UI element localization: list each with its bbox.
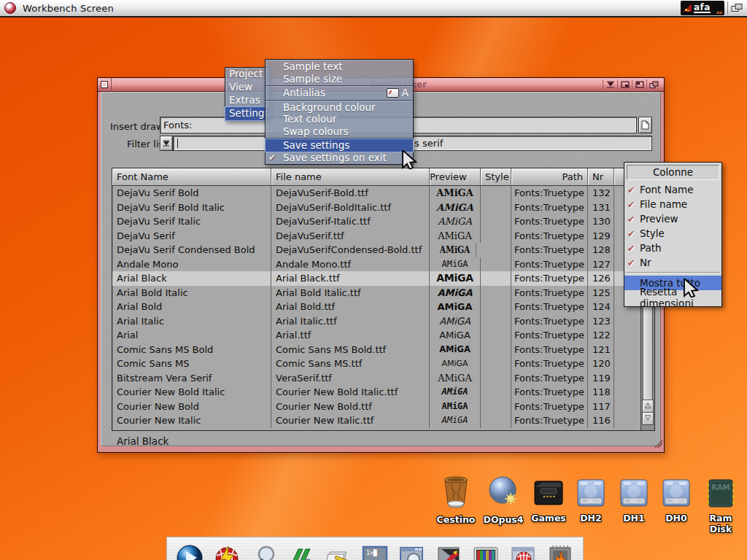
column-header-style[interactable]: Style (481, 168, 511, 186)
mui-logo-icon[interactable] (285, 542, 317, 560)
table-header: Font Name File name Preview Style Path N… (112, 168, 640, 186)
table-row[interactable]: DejaVu Serif Bold ItalicDejaVuSerif-Bold… (112, 201, 640, 215)
column-header-preview[interactable]: Preview (430, 168, 481, 186)
table-row[interactable]: Arial BlackArial Black.ttfAMiGAFonts:Tru… (112, 271, 640, 286)
screen-mode-icon[interactable] (470, 542, 502, 560)
context-item-style[interactable]: ✔Style (624, 226, 721, 241)
depth-gadget[interactable] (646, 79, 661, 90)
column-header-nr[interactable]: Nr (588, 168, 614, 186)
context-item-preview[interactable]: ✔Preview (624, 211, 721, 226)
chip-flame-icon[interactable] (544, 542, 576, 560)
table-row[interactable]: Courier New Bold ItalicCourier New Bold … (112, 385, 640, 400)
menu-item-text-colour[interactable]: Text colour (266, 113, 413, 125)
scroll-down-button[interactable]: ▽ (642, 412, 654, 425)
cell-c2: DejaVuSerif-Bold.ttf (271, 186, 430, 201)
menu-settings[interactable]: Settings (225, 107, 270, 120)
table-row[interactable]: Courier New ItalicCourier New Italic.ttf… (112, 413, 640, 428)
shell-icon[interactable]: 1>█ (359, 542, 391, 560)
cell-c3: AMiGA (430, 413, 481, 428)
cell-c5: Fonts:Truetype (511, 243, 588, 257)
table-row[interactable]: Arial ItalicArial Italic.ttfAMiGAFonts:T… (112, 314, 640, 329)
media-player-icon[interactable] (174, 542, 206, 560)
filter-popup-gadget[interactable] (160, 136, 173, 151)
column-header-file-name[interactable]: File name (271, 168, 430, 186)
check-icon: ✔ (627, 243, 640, 254)
drawer-browse-button[interactable] (638, 117, 652, 133)
cell-c6: 116 (588, 413, 614, 428)
cell-c2: Comic Sans MS Bold.ttf (271, 343, 430, 357)
toggle-size-gadget[interactable] (632, 79, 646, 90)
scroll-up-button[interactable]: △ (642, 400, 654, 413)
cell-c7 (614, 314, 640, 329)
cell-c1: Comic Sans MS (112, 357, 271, 371)
boing-ball-lightning-icon[interactable] (211, 542, 243, 560)
column-header-font-name[interactable]: Font Name (112, 168, 271, 186)
cell-c5: Fonts:Truetype (511, 357, 588, 371)
cell-c4 (481, 400, 511, 414)
context-item-path[interactable]: ✔Path (624, 241, 721, 255)
screen-depth-gadget[interactable] (727, 1, 746, 15)
magnifier-icon[interactable] (248, 542, 280, 560)
table-row[interactable]: DejaVu Serif ItalicDejaVuSerif-Italic.tt… (112, 214, 640, 229)
desktop-icon-dh0[interactable]: DH0 (653, 477, 700, 524)
desktop-icon-games[interactable]: Games (525, 477, 572, 524)
menu-extras[interactable]: Extras (225, 94, 270, 107)
context-item-file-name[interactable]: ✔File name (624, 197, 721, 211)
desktop-icon-ramdisk[interactable]: RAM Ram Disk (697, 477, 744, 534)
menu-item-save-settings-on-exit[interactable]: ✔Save settings on exit (266, 152, 413, 164)
notepad-pencil-icon[interactable] (322, 542, 354, 560)
cell-c7 (614, 400, 640, 414)
table-row[interactable]: Bitstream Vera SerifVeraSerif.ttfAMiGAFo… (112, 371, 640, 386)
zoom-gadget[interactable] (617, 79, 632, 90)
menu-project[interactable]: Project (225, 68, 270, 81)
cell-c5: Fonts:Truetype (511, 201, 588, 215)
menu-item-sample-size[interactable]: Sample size (266, 73, 413, 85)
table-row[interactable]: Comic Sans MSComic Sans MS.ttfAMiGAFonts… (112, 357, 640, 371)
context-item-nr[interactable]: ✔Nr (624, 255, 721, 270)
close-gadget[interactable] (98, 78, 112, 91)
table-row[interactable]: DejaVu Serif Condensed BoldDejaVuSerifCo… (112, 243, 640, 257)
afa-flame-icon (682, 2, 694, 14)
boing-window-icon[interactable] (507, 542, 539, 560)
iconify-gadget[interactable] (603, 79, 617, 90)
cell-c5: Fonts:Truetype (511, 385, 588, 400)
check-icon: ✔ (268, 152, 283, 163)
menu-item-save-settings[interactable]: Save settings (266, 139, 413, 152)
menu-item-background-colour[interactable]: Background colour (266, 101, 413, 114)
menu-view[interactable]: View (225, 81, 270, 94)
context-item-font-name[interactable]: ✔Font Name (624, 182, 721, 197)
table-row[interactable]: ArialArial.ttfAMiGAFonts:Truetype122 (112, 328, 640, 343)
menu-item-sample-text[interactable]: Sample text (266, 61, 413, 73)
window-magnifier-icon[interactable] (396, 542, 428, 560)
menu-item-swap-colours[interactable]: Swap colours (266, 125, 413, 138)
desktop-icon-dh2[interactable]: DH2 (568, 477, 614, 524)
cell-c1: Arial Black (112, 271, 271, 286)
desktop-icon-dh1[interactable]: DH1 (611, 477, 657, 524)
menu-item-antialias[interactable]: AntialiasA (266, 87, 413, 99)
harddrive-icon (659, 477, 693, 509)
cell-c6: 130 (588, 214, 614, 229)
ram-chip-icon: RAM (704, 477, 738, 509)
cell-c1: DejaVu Serif Italic (112, 214, 271, 229)
table-row[interactable]: DejaVu Serif BoldDejaVuSerif-Bold.ttfAMi… (112, 186, 640, 201)
cell-c5: Fonts:Truetype (511, 314, 588, 329)
installer-flag-icon[interactable] (433, 542, 465, 560)
cell-c1: DejaVu Serif Bold (112, 186, 271, 201)
desktop-icon-dopus4[interactable]: DOpus4 (480, 474, 527, 525)
desktop-icon-cestino[interactable]: Cestino (433, 474, 479, 525)
table-row[interactable]: Arial Bold ItalicArial Bold Italic.ttfAM… (112, 286, 640, 300)
cell-c3: AMiGA (430, 343, 481, 357)
cell-c3: AMiGA (430, 314, 481, 329)
cell-c3: AMiGA (430, 201, 481, 215)
table-row[interactable]: Andale MonoAndale Mono.ttfAMiGAFonts:Tru… (112, 257, 640, 272)
table-row[interactable]: Courier New BoldCourier New Bold.ttfAMiG… (112, 400, 640, 414)
table-row[interactable]: DejaVu SerifDejaVuSerif.ttfAMiGAFonts:Tr… (112, 229, 640, 244)
font-table: Font Name File name Preview Style Path N… (112, 168, 655, 431)
table-row[interactable]: Arial BoldArial Bold.ttfAMiGAFonts:Truet… (112, 300, 640, 314)
text-caret (177, 139, 178, 148)
table-row[interactable]: Comic Sans MS BoldComic Sans MS Bold.ttf… (112, 343, 640, 357)
context-item-resetta-dimensioni[interactable]: Resetta dimensioni (624, 290, 721, 305)
check-icon: ✔ (627, 214, 640, 225)
column-header-path[interactable]: Path (511, 168, 588, 186)
resize-gadget[interactable] (654, 438, 663, 451)
